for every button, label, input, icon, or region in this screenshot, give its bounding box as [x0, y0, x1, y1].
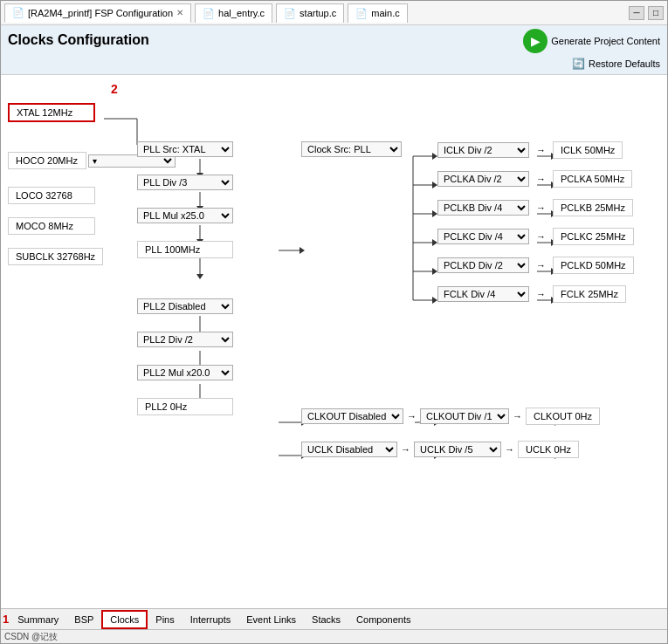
pll-out-box: PLL 100MHz	[137, 241, 233, 258]
clkout-arrow2: →	[513, 411, 522, 421]
status-text: CSDN @记技	[4, 631, 58, 643]
page-header: Clocks Configuration ▶ Generate Project …	[1, 25, 667, 75]
main-window: 📄 [RA2M4_printf] FSP Configuration ✕ 📄 h…	[0, 0, 668, 644]
page-title: Clocks Configuration	[8, 29, 149, 51]
iclk-div-select[interactable]: ICLK Div /2	[437, 142, 529, 158]
pclka-row: PCLKA Div /2 → PCLKA 50MHz	[437, 170, 632, 188]
pclkb-out: PCLKB 25MHz	[553, 199, 633, 216]
tab-startup[interactable]: 📄 startup.c	[276, 3, 344, 23]
pll2-out-box: PLL2 0Hz	[137, 398, 233, 415]
fclk-out: FCLK 25MHz	[553, 285, 626, 303]
pclkb-div-select[interactable]: PCLKB Div /4	[437, 200, 529, 216]
pll2-mul-select[interactable]: PLL2 Mul x20.0	[137, 365, 233, 380]
tab-icon2: 📄	[203, 8, 215, 19]
annotation-1: 1	[3, 613, 9, 626]
uclk-div-select[interactable]: UCLK Div /5	[414, 442, 501, 457]
pll-src-select[interactable]: PLL Src: XTAL	[137, 141, 233, 157]
tab-hal-entry[interactable]: 📄 hal_entry.c	[195, 3, 272, 23]
pclkc-out: PCLKC 25MHz	[553, 228, 634, 245]
tab-bsp[interactable]: BSP	[66, 610, 101, 629]
clkout-out: CLKOUT 0Hz	[526, 408, 600, 425]
restore-icon: 🔄	[571, 57, 585, 71]
bottom-tab-bar: 1 Summary BSP Clocks Pins Interrupts Eve…	[1, 608, 667, 629]
pll2-src-select[interactable]: PLL2 Disabled	[137, 298, 233, 314]
hoco-box: HOCO 20MHz	[8, 152, 86, 169]
clocks-diagram: 2 XTAL 12MHz HOCO 20MHz ▾ LOCO 32768 MOC…	[8, 82, 654, 588]
pll2-div-row: PLL2 Div /2	[137, 332, 233, 347]
pll-mul-select[interactable]: PLL Mul x25.0	[137, 208, 233, 223]
moco-source: MOCO 8MHz	[8, 217, 95, 235]
tab-components[interactable]: Components	[348, 610, 418, 629]
iclk-row: ICLK Div /2 → ICLK 50MHz	[437, 141, 623, 159]
uclk-src-select[interactable]: UCLK Disabled	[301, 442, 397, 457]
tab-event-links[interactable]: Event Links	[238, 610, 304, 629]
maximize-button[interactable]: □	[648, 6, 664, 20]
xtal-box: XTAL 12MHz	[8, 103, 95, 122]
pll2-mul-row: PLL2 Mul x20.0	[137, 365, 233, 380]
main-content: 2 XTAL 12MHz HOCO 20MHz ▾ LOCO 32768 MOC…	[1, 75, 667, 608]
xtal-source: XTAL 12MHz	[8, 103, 95, 122]
fclk-row: FCLK Div /4 → FCLK 25MHz	[437, 285, 626, 303]
pclka-arrow: →	[536, 174, 546, 184]
pclkc-row: PCLKC Div /4 → PCLKC 25MHz	[437, 228, 634, 245]
generate-icon: ▶	[523, 29, 547, 53]
subclk-box: SUBCLK 32768Hz	[8, 248, 103, 265]
clkout-div-select[interactable]: CLKOUT Div /1	[420, 408, 509, 424]
minimize-button[interactable]: ─	[629, 6, 644, 20]
pll2-div-select[interactable]: PLL2 Div /2	[137, 332, 233, 347]
uclk-arrow1: →	[401, 444, 410, 455]
tab-main[interactable]: 📄 main.c	[348, 3, 407, 23]
tab-stacks[interactable]: Stacks	[304, 610, 348, 629]
title-bar: 📄 [RA2M4_printf] FSP Configuration ✕ 📄 h…	[1, 1, 667, 25]
iclk-arrow: →	[536, 145, 546, 155]
tab-icon: 📄	[12, 7, 24, 18]
uclk-out: UCLK 0Hz	[518, 441, 579, 458]
tab-pins[interactable]: Pins	[148, 610, 182, 629]
pclkb-arrow: →	[536, 202, 546, 213]
pll-div-select[interactable]: PLL Div /3	[137, 175, 233, 190]
fclk-div-select[interactable]: FCLK Div /4	[437, 286, 529, 302]
pll2-src-row: PLL2 Disabled	[137, 298, 233, 314]
pclka-div-select[interactable]: PCLKA Div /2	[437, 171, 529, 187]
subclk-source: SUBCLK 32768Hz	[8, 248, 103, 265]
tab-icon3: 📄	[284, 8, 296, 19]
uclk-row: UCLK Disabled → UCLK Div /5 → UCLK 0Hz	[301, 441, 579, 458]
status-bar: CSDN @记技	[1, 629, 667, 643]
tab-clocks[interactable]: Clocks	[101, 610, 148, 629]
clkout-row: CLKOUT Disabled → CLKOUT Div /1 → CLKOUT…	[301, 408, 600, 425]
svg-marker-11	[300, 247, 305, 254]
pclkd-div-select[interactable]: PCLKD Div /2	[437, 257, 529, 273]
pclkc-arrow: →	[536, 231, 546, 242]
pll-div-row: PLL Div /3	[137, 175, 233, 190]
header-actions: ▶ Generate Project Content 🔄 Restore Def…	[523, 29, 660, 71]
pclkc-div-select[interactable]: PCLKC Div /4	[437, 229, 529, 244]
tab-close-fsp[interactable]: ✕	[176, 8, 183, 17]
loco-source: LOCO 32768	[8, 187, 95, 204]
restore-defaults-button[interactable]: 🔄 Restore Defaults	[571, 57, 660, 71]
clock-src-select[interactable]: Clock Src: PLL	[301, 141, 402, 157]
tab-summary[interactable]: Summary	[10, 610, 66, 629]
annotation-2: 2	[111, 82, 118, 96]
loco-box: LOCO 32768	[8, 187, 95, 204]
iclk-out: ICLK 50MHz	[553, 141, 623, 159]
svg-marker-9	[196, 274, 203, 279]
tab-fsp-config[interactable]: 📄 [RA2M4_printf] FSP Configuration ✕	[4, 3, 191, 23]
tab-interrupts[interactable]: Interrupts	[182, 610, 238, 629]
clkout-src-select[interactable]: CLKOUT Disabled	[301, 408, 403, 424]
pclkd-out: PCLKD 50MHz	[553, 257, 634, 274]
generate-project-content-button[interactable]: ▶ Generate Project Content	[523, 29, 660, 53]
pclkd-row: PCLKD Div /2 → PCLKD 50MHz	[437, 257, 634, 274]
uclk-arrow2: →	[505, 444, 514, 455]
moco-box: MOCO 8MHz	[8, 217, 95, 235]
pclka-out: PCLKA 50MHz	[553, 170, 632, 188]
window-controls: ─ □	[629, 6, 664, 20]
clkout-arrow1: →	[407, 411, 417, 421]
clock-src-row: Clock Src: PLL	[301, 141, 402, 157]
tab-icon4: 📄	[355, 8, 368, 19]
fclk-arrow: →	[536, 289, 546, 299]
pclkd-arrow: →	[536, 260, 546, 271]
pll-mul-row: PLL Mul x25.0	[137, 208, 233, 223]
pclkb-row: PCLKB Div /4 → PCLKB 25MHz	[437, 199, 633, 216]
pll-src-row: PLL Src: XTAL	[137, 141, 233, 157]
